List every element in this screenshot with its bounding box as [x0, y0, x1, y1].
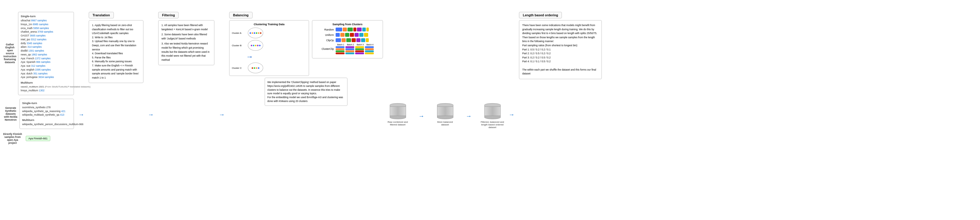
arrow-balancing-to-length: →	[507, 111, 516, 118]
translation-steps: 1. Apply filtering based on zero-shot cl…	[92, 23, 140, 80]
batch3-label: Batch 3	[356, 43, 364, 46]
translation-column: Translation 1. Apply filtering based on …	[89, 12, 143, 83]
synth-single-turn-header: Single-turn	[22, 101, 71, 105]
length-ordering-column: Length based ordering There have been so…	[519, 12, 602, 79]
db-raw-icon	[390, 103, 406, 119]
left-column: Gather English open source instruction f…	[3, 12, 74, 145]
arrow-translation-to-filtering: →	[146, 111, 155, 118]
cluster-diagram: Cluster A Cluster B	[232, 27, 306, 73]
uniform-blocks	[336, 33, 368, 37]
cluster-clip-row: ClusterClip Batch 1 Batch 2 Batch 3 Batc…	[315, 43, 380, 54]
cluster-a-label: Cluster A	[232, 32, 246, 34]
cluster-a-oval	[248, 27, 263, 38]
aya-tag: Aya Finnish-661	[26, 136, 50, 141]
big-arrow-row: →	[246, 53, 306, 61]
single-turn-list: ultrachat 9967 samples lmsys_1m 8985 sam…	[21, 19, 71, 79]
synth-label: Generate Synthetic datasets with Nvidia …	[3, 106, 18, 121]
aya-tag-container: Aya Finnish-661	[23, 133, 52, 143]
filtering-steps: 1. All samples have been filtered with l…	[161, 23, 211, 62]
batch1-label: Batch 1	[336, 43, 345, 46]
synth-section: Generate Synthetic datasets with Nvidia …	[3, 99, 74, 129]
balancing-description: We implemented the 'ClusterClipping' met…	[265, 78, 347, 106]
batch2-label: Batch 2	[346, 43, 355, 46]
aya-section: Directly Finnish samples from open Aya p…	[3, 133, 74, 145]
clip-op-blocks	[336, 38, 369, 42]
batch3-col	[355, 46, 364, 54]
batch-labels-row: Batch 1 Batch 2 Batch 3 Batch 4	[336, 43, 374, 46]
gather-section: Gather English open source instruction f…	[3, 12, 74, 95]
cluster-b-oval	[248, 40, 263, 51]
aya-label: Directly Finnish samples from open Aya p…	[3, 133, 22, 145]
arrow-filtering-to-balancing: →	[217, 111, 226, 118]
clustering-title: Clustering Training Data	[232, 23, 306, 26]
synth-multi-turn-header: Multiturn	[22, 118, 71, 122]
balancing-desc-text: We implemented the 'ClusterClipping' met…	[267, 80, 345, 103]
db-column: Raw combined and filtered dataset → More…	[386, 100, 504, 128]
db-balanced-icon	[437, 103, 453, 119]
balancing-column: Balancing Clustering Training Data Clust…	[229, 12, 383, 106]
filtering-column: Filtering 1. All samples have been filte…	[158, 12, 215, 65]
batch1-col	[336, 46, 345, 54]
batch4-label: Batch 4	[366, 43, 374, 46]
random-label: Random	[315, 28, 334, 31]
balancing-content: Clustering Training Data Cluster A	[229, 20, 383, 76]
cluster-clip-label: ClusterClip	[315, 47, 334, 50]
multi-turn-header: Multiturn	[21, 81, 71, 84]
db-raw-label: Raw combined and filtered dataset	[386, 120, 410, 126]
filtering-header: Filtering	[158, 12, 178, 18]
batch2-col	[345, 46, 354, 54]
random-blocks	[336, 27, 369, 31]
sampling-title: Sampling from Clusters	[315, 23, 380, 26]
length-ordering-text: There have been some indications that mo…	[522, 23, 598, 76]
clip-op-row: ClipOp	[315, 38, 380, 42]
uniform-row: Uniform	[315, 33, 380, 37]
batch-color-cols	[336, 46, 374, 54]
translation-box: 1. Apply filtering based on zero-shot cl…	[89, 20, 143, 83]
gather-datasets: Single-turn ultrachat 9967 samples lmsys…	[18, 12, 74, 95]
uniform-label: Uniform	[315, 34, 334, 37]
synth-datasets: Single-turn suomitrivia_synthetic-278 wi…	[19, 99, 74, 129]
db-final: Filtered, balanced and length based orde…	[480, 103, 504, 128]
db-balanced: More balanced dataset	[433, 103, 457, 126]
clustering-box: Clustering Training Data Cluster A	[229, 20, 309, 76]
cluster-b-row: Cluster B	[232, 40, 306, 51]
filtering-box: 1. All samples have been filtered with l…	[158, 20, 215, 65]
db-raw: Raw combined and filtered dataset	[386, 103, 410, 126]
cluster-c-row: Cluster C	[232, 63, 306, 73]
sampling-box: Sampling from Clusters Random	[312, 20, 383, 58]
cluster-clip-batches: Batch 1 Batch 2 Batch 3 Batch 4	[336, 43, 374, 54]
cluster-a-row: Cluster A	[232, 27, 306, 38]
big-arrow-icon: →	[246, 53, 253, 61]
db-final-label: Filtered, balanced and length based orde…	[480, 120, 504, 128]
batch4-col	[365, 46, 374, 54]
db-arrow-1: →	[418, 112, 424, 119]
db-balanced-label: More balanced dataset	[433, 120, 457, 126]
arrow-left-to-translation: →	[77, 111, 86, 118]
db-final-icon	[484, 103, 501, 119]
single-turn-header: Single-turn	[21, 14, 71, 18]
gather-label: Gather English open source instruction f…	[3, 43, 17, 64]
cluster-b-label: Cluster B	[232, 44, 246, 47]
db-row: Raw combined and filtered dataset → More…	[386, 103, 504, 128]
random-row: Random	[315, 27, 380, 31]
length-ordering-box: There have been some indications that mo…	[519, 20, 602, 79]
clip-op-label: ClipOp	[315, 39, 334, 42]
page-container: Gather English open source instruction f…	[0, 0, 980, 220]
content-area: Gather English open source instruction f…	[0, 9, 980, 220]
balancing-header: Balancing	[229, 12, 253, 18]
translation-header: Translation	[89, 12, 114, 18]
db-arrow-2: →	[466, 112, 472, 119]
cluster-c-oval	[248, 63, 263, 73]
length-ordering-header: Length based ordering	[519, 12, 562, 18]
cluster-c-label: Cluster C	[232, 67, 246, 69]
